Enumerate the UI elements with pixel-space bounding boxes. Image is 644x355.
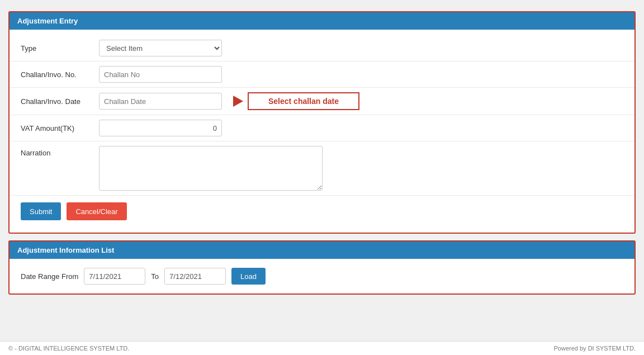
tooltip-arrow-container: Select challan date	[233, 92, 359, 110]
type-select[interactable]: Select Item	[99, 40, 222, 56]
date-from-input[interactable]	[84, 268, 145, 285]
challan-no-input[interactable]	[99, 66, 222, 83]
vat-label: VAT Amount(TK)	[21, 124, 99, 132]
adjustment-info-panel: Adjustment Information List Date Range F…	[8, 240, 636, 295]
adjustment-entry-header: Adjustment Entry	[10, 12, 634, 30]
load-button[interactable]: Load	[231, 268, 266, 285]
challan-date-row: Challan/Invo. Date Select challan date	[10, 88, 634, 115]
challan-no-label: Challan/Invo. No.	[21, 70, 99, 79]
challan-date-container: Select challan date	[99, 92, 359, 110]
date-range-from-label: Date Range From	[21, 272, 78, 281]
submit-button[interactable]: Submit	[21, 202, 61, 220]
adjustment-entry-title: Adjustment Entry	[17, 17, 78, 25]
footer-right: Powered by DI SYSTEM LTD.	[553, 345, 636, 352]
adjustment-info-body: Date Range From To Load	[10, 259, 634, 294]
tooltip-box: Select challan date	[248, 92, 359, 110]
footer: © - DIGITAL INTELLIGENCE SYSTEM LTD. Pow…	[0, 341, 644, 355]
vat-input[interactable]	[99, 120, 222, 136]
arrow-right-icon	[233, 96, 243, 107]
narration-label: Narration	[21, 146, 99, 157]
adjustment-info-header: Adjustment Information List	[10, 242, 634, 259]
cancel-button[interactable]: Cancel/Clear	[67, 202, 126, 220]
narration-textarea[interactable]	[99, 146, 323, 191]
vat-row: VAT Amount(TK)	[10, 115, 634, 141]
challan-date-label: Challan/Invo. Date	[21, 97, 99, 106]
buttons-row: Submit Cancel/Clear	[10, 196, 634, 227]
to-label: To	[151, 272, 159, 281]
date-to-input[interactable]	[164, 268, 226, 285]
challan-no-row: Challan/Invo. No.	[10, 61, 634, 88]
adjustment-entry-panel: Adjustment Entry Type Select Item Challa…	[8, 11, 636, 234]
adjustment-info-title: Adjustment Information List	[17, 246, 114, 254]
adjustment-entry-body: Type Select Item Challan/Invo. No. Chall…	[10, 30, 634, 233]
footer-left: © - DIGITAL INTELLIGENCE SYSTEM LTD.	[8, 345, 129, 352]
challan-date-input[interactable]	[99, 93, 222, 110]
type-row: Type Select Item	[10, 35, 634, 61]
tooltip-text: Select challan date	[268, 97, 339, 106]
narration-row: Narration	[10, 141, 634, 196]
type-label: Type	[21, 44, 99, 53]
